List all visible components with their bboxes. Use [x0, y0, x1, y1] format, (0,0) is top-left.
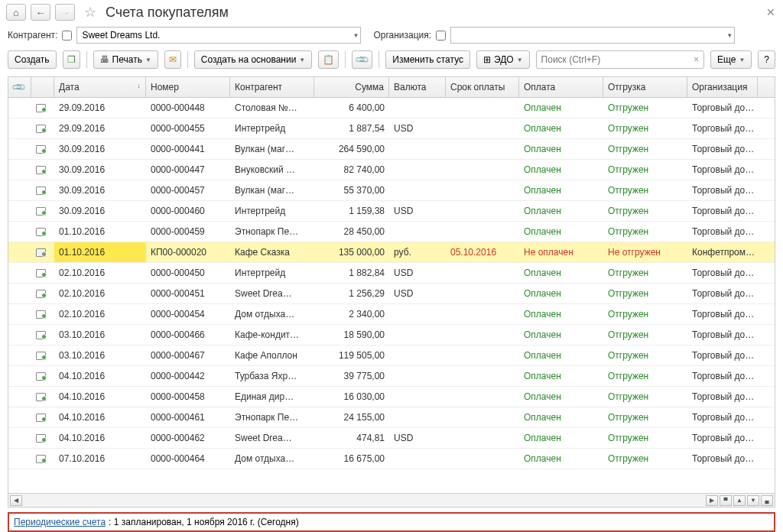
cell-attach — [8, 98, 31, 118]
cell-attach — [8, 304, 31, 324]
cell-currency: USD — [389, 263, 446, 283]
edo-button[interactable]: ⊞ ЭДО ▼ — [476, 50, 530, 69]
cell-doc-icon — [31, 180, 54, 200]
cell-shipment: Отгружен — [603, 304, 687, 324]
grid-body[interactable]: 29.09.20160000-000448Столовая №…6 400,00… — [8, 98, 775, 493]
col-icon[interactable] — [31, 77, 54, 97]
scroll-right[interactable]: ▶ — [706, 495, 718, 506]
cell-currency — [389, 304, 446, 324]
table-row[interactable]: 30.09.20160000-000441Вулкан (маг…264 590… — [8, 139, 775, 160]
scroll-left[interactable]: ◀ — [10, 495, 22, 506]
cell-date: 30.09.2016 — [54, 160, 146, 180]
cell-contractor: Этнопарк Пе… — [230, 222, 314, 242]
search-clear[interactable]: × — [689, 54, 703, 65]
col-date[interactable]: Дата↓ — [54, 77, 146, 97]
grid-scrollbar[interactable]: ◀ ▶ ▀ ▲ ▼ ▄ — [8, 493, 775, 507]
forward-button[interactable]: → — [55, 4, 75, 21]
cell-attach — [8, 118, 31, 138]
cell-attach — [8, 428, 31, 448]
cell-due — [446, 345, 519, 365]
create-button[interactable]: Создать — [8, 50, 57, 69]
favorite-icon[interactable]: ☆ — [84, 4, 96, 21]
table-row[interactable]: 30.09.20160000-000460Интертрейд1 159,38U… — [8, 201, 775, 222]
print-button[interactable]: 🖶 Печать ▼ — [93, 50, 158, 69]
cell-due — [446, 284, 519, 303]
cell-doc-icon — [31, 139, 54, 159]
cell-number: 0000-000466 — [146, 325, 230, 345]
table-row[interactable]: 03.10.20160000-000466Кафе-кондит…18 590,… — [8, 325, 775, 345]
cell-due — [446, 304, 519, 324]
scroll-up[interactable]: ▲ — [733, 495, 746, 506]
org-dropdown[interactable]: ▼ — [450, 27, 735, 44]
col-payment[interactable]: Оплата — [519, 77, 603, 97]
org-checkbox[interactable] — [436, 31, 446, 41]
search-input[interactable]: × — [536, 50, 704, 69]
table-row[interactable]: 01.10.2016КП00-000020Кафе Сказка135 000,… — [8, 242, 775, 263]
table-row[interactable]: 29.09.20160000-000455Интертрейд1 887,54U… — [8, 118, 775, 139]
table-row[interactable]: 02.10.20160000-000450Интертрейд1 882,84U… — [8, 263, 775, 284]
col-due[interactable]: Срок оплаты — [446, 77, 519, 97]
cell-currency: USD — [389, 428, 446, 448]
scroll-down[interactable]: ▼ — [747, 495, 759, 506]
help-button[interactable]: ? — [758, 50, 775, 69]
cell-doc-icon — [31, 407, 54, 427]
cell-due — [446, 428, 519, 448]
cell-payment: Оплачен — [519, 201, 603, 221]
cell-number: 0000-000459 — [146, 222, 230, 242]
attach-button[interactable]: 📎 — [352, 50, 372, 69]
document-icon — [36, 310, 46, 319]
cell-sum: 6 400,00 — [314, 98, 389, 118]
table-row[interactable]: 04.10.20160000-000458Единая дир…16 030,0… — [8, 387, 775, 407]
cell-org: Торговый до… — [687, 325, 758, 345]
cell-due — [446, 98, 519, 118]
cell-org: Торговый до… — [687, 428, 758, 448]
table-row[interactable]: 01.10.20160000-000459Этнопарк Пе…28 450,… — [8, 222, 775, 242]
col-currency[interactable]: Валюта — [389, 77, 446, 97]
cell-number: 0000-000460 — [146, 201, 230, 221]
cell-org: Торговый до… — [687, 345, 758, 365]
table-row[interactable]: 04.10.20160000-000442Турбаза Яхр…39 775,… — [8, 366, 775, 387]
table-row[interactable]: 30.09.20160000-000447Внуковский …82 740,… — [8, 160, 775, 180]
table-row[interactable]: 30.09.20160000-000457Вулкан (маг…55 370,… — [8, 180, 775, 201]
col-org[interactable]: Организация — [687, 77, 758, 97]
cell-attach — [8, 160, 31, 180]
cell-org: Торговый до… — [687, 284, 758, 303]
col-shipment[interactable]: Отгрузка — [603, 77, 687, 97]
copy-button[interactable]: ❐ — [63, 50, 80, 69]
table-row[interactable]: 07.10.20160000-000464Дом отдыха…16 675,0… — [8, 449, 775, 469]
cell-currency: USD — [389, 201, 446, 221]
close-icon[interactable]: ✕ — [766, 6, 775, 18]
cell-date: 30.09.2016 — [54, 201, 146, 221]
cell-doc-icon — [31, 325, 54, 345]
more-button[interactable]: Еще ▼ — [710, 50, 752, 69]
scroll-bottom[interactable]: ▄ — [761, 495, 773, 506]
table-row[interactable]: 03.10.20160000-000467Кафе Аполлон119 505… — [8, 345, 775, 366]
search-field[interactable] — [537, 54, 689, 65]
cell-currency — [389, 449, 446, 469]
scroll-top[interactable]: ▀ — [720, 495, 732, 506]
col-attach[interactable]: 📎 — [8, 77, 31, 97]
email-button[interactable]: ✉ — [164, 50, 181, 69]
table-row[interactable]: 02.10.20160000-000451Sweet Drea…1 256,29… — [8, 284, 775, 304]
col-contractor[interactable]: Контрагент — [230, 77, 314, 97]
clipboard-button[interactable]: 📋 — [318, 50, 339, 69]
table-row[interactable]: 04.10.20160000-000461Этнопарк Пе…24 155,… — [8, 407, 775, 428]
cell-doc-icon — [31, 201, 54, 221]
table-row[interactable]: 04.10.20160000-000462Sweet Drea…474,81US… — [8, 428, 775, 449]
cell-sum: 16 675,00 — [314, 449, 389, 469]
change-status-button[interactable]: Изменить статус — [385, 50, 470, 69]
cell-sum: 82 740,00 — [314, 160, 389, 180]
periodic-invoices-link[interactable]: Периодические счета — [14, 517, 106, 527]
back-button[interactable]: ← — [31, 4, 50, 21]
col-number[interactable]: Номер — [146, 77, 230, 97]
create-on-basis-button[interactable]: Создать на основании ▼ — [194, 50, 312, 69]
contractor-dropdown[interactable]: Sweet Dreams Ltd. ▼ — [76, 27, 361, 44]
table-row[interactable]: 02.10.20160000-000454Дом отдыха…2 340,00… — [8, 304, 775, 325]
cell-contractor: Внуковский … — [230, 160, 314, 180]
home-button[interactable]: ⌂ — [6, 4, 26, 21]
col-sum[interactable]: Сумма — [314, 77, 389, 97]
cell-payment: Оплачен — [519, 263, 603, 283]
contractor-checkbox[interactable] — [62, 31, 72, 41]
filter-row: Контрагент: Sweet Dreams Ltd. ▼ Организа… — [0, 24, 783, 46]
table-row[interactable]: 29.09.20160000-000448Столовая №…6 400,00… — [8, 98, 775, 118]
